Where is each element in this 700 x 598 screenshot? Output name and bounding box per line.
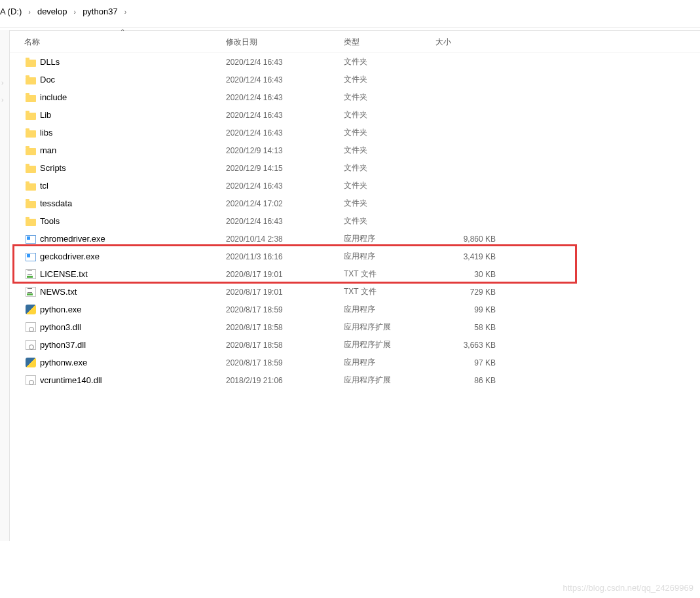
exe-blue-icon: [26, 253, 36, 261]
file-name: Doc: [40, 75, 55, 84]
file-name: man: [40, 145, 56, 155]
sidebar: [0, 30, 10, 541]
file-name: python37.dll: [40, 340, 86, 350]
python-icon: [26, 358, 36, 367]
file-row[interactable]: chromedriver.exe2020/10/14 2:38应用程序9,860…: [10, 230, 700, 248]
folder-icon: [26, 77, 36, 84]
file-list: ⌃ 名称 修改日期 类型 大小 DLLs2020/12/4 16:43文件夹Do…: [10, 30, 700, 598]
exe-blue-icon: [26, 235, 36, 244]
file-type: 文件夹: [344, 56, 435, 67]
file-type: 文件夹: [344, 198, 435, 209]
file-name: LICENSE.txt: [40, 269, 88, 279]
file-size: 97 KB: [435, 358, 507, 367]
breadcrumb-item[interactable]: python37: [83, 7, 118, 16]
folder-icon: [26, 60, 36, 67]
file-row[interactable]: python3.dll2020/8/17 18:58应用程序扩展58 KB: [10, 318, 700, 336]
breadcrumb-item[interactable]: A (D:): [0, 7, 22, 16]
file-name: tcl: [40, 181, 48, 191]
file-date: 2018/2/19 21:06: [226, 376, 344, 385]
folder-icon: [26, 201, 36, 208]
file-row[interactable]: geckodriver.exe2020/11/3 16:16应用程序3,419 …: [10, 248, 700, 265]
file-row[interactable]: Doc2020/12/4 16:43文件夹: [10, 71, 700, 88]
dll-icon: [26, 375, 36, 385]
chevron-right-icon[interactable]: ›: [73, 8, 76, 16]
file-type: TXT 文件: [344, 269, 435, 280]
folder-icon: [26, 219, 36, 226]
file-date: 2020/12/4 16:43: [226, 217, 344, 226]
file-name: Tools: [40, 216, 60, 226]
file-date: 2020/11/3 16:16: [226, 252, 344, 261]
file-row[interactable]: Scripts2020/12/9 14:15文件夹: [10, 159, 700, 177]
breadcrumb-item[interactable]: develop: [37, 7, 67, 16]
file-size: 99 KB: [435, 305, 507, 314]
chevron-right-icon[interactable]: ›: [124, 8, 127, 16]
file-row[interactable]: libs2020/12/4 16:43文件夹: [10, 124, 700, 141]
watermark: https://blog.csdn.net/qq_24269969: [563, 583, 694, 593]
file-row[interactable]: Tools2020/12/4 16:43文件夹: [10, 212, 700, 230]
file-row[interactable]: tcl2020/12/4 16:43文件夹: [10, 177, 700, 195]
file-date: 2020/12/4 17:02: [226, 199, 344, 208]
file-name: tessdata: [40, 198, 72, 208]
file-row[interactable]: vcruntime140.dll2018/2/19 21:06应用程序扩展86 …: [10, 371, 700, 389]
folder-icon: [26, 95, 36, 102]
column-header-date[interactable]: 修改日期: [226, 35, 344, 48]
file-row[interactable]: man2020/12/9 14:13文件夹: [10, 141, 700, 159]
file-type: 应用程序: [344, 251, 435, 262]
file-type: TXT 文件: [344, 286, 435, 297]
file-type: 文件夹: [344, 180, 435, 191]
file-type: 文件夹: [344, 92, 435, 103]
file-row[interactable]: tessdata2020/12/4 17:02文件夹: [10, 195, 700, 212]
file-name: DLLs: [40, 57, 60, 67]
file-type: 应用程序: [344, 357, 435, 368]
folder-icon: [26, 130, 36, 138]
file-row[interactable]: LICENSE.txt2020/8/17 19:01TXT 文件30 KB: [10, 265, 700, 283]
file-name: vcruntime140.dll: [40, 375, 102, 385]
file-date: 2020/8/17 19:01: [226, 288, 344, 297]
file-date: 2020/12/9 14:13: [226, 146, 344, 155]
file-date: 2020/12/4 16:43: [226, 58, 344, 67]
column-header-size[interactable]: 大小: [435, 35, 507, 48]
file-type: 应用程序扩展: [344, 322, 435, 333]
chevron-right-icon[interactable]: ›: [28, 8, 31, 16]
file-type: 文件夹: [344, 127, 435, 138]
folder-icon: [26, 113, 36, 120]
file-type: 文件夹: [344, 215, 435, 227]
folder-icon: [26, 166, 36, 173]
file-date: 2020/8/17 18:58: [226, 323, 344, 332]
file-date: 2020/8/17 18:59: [226, 305, 344, 314]
file-type: 文件夹: [344, 74, 435, 85]
file-name: NEWS.txt: [40, 287, 77, 297]
file-date: 2020/12/4 16:43: [226, 111, 344, 120]
file-type: 应用程序扩展: [344, 339, 435, 350]
file-name: geckodriver.exe: [40, 252, 100, 261]
file-row[interactable]: Lib2020/12/4 16:43文件夹: [10, 106, 700, 124]
file-date: 2020/8/17 19:01: [226, 270, 344, 279]
file-date: 2020/10/14 2:38: [226, 234, 344, 244]
file-row[interactable]: include2020/12/4 16:43文件夹: [10, 88, 700, 106]
column-header-name[interactable]: 名称: [10, 35, 226, 48]
file-name: python3.dll: [40, 322, 81, 332]
file-name: include: [40, 92, 67, 102]
file-row[interactable]: pythonw.exe2020/8/17 18:59应用程序97 KB: [10, 354, 700, 371]
file-row[interactable]: python.exe2020/8/17 18:59应用程序99 KB: [10, 301, 700, 318]
file-type: 应用程序: [344, 304, 435, 315]
file-size: 3,419 KB: [435, 252, 507, 261]
column-header-type[interactable]: 类型: [344, 35, 435, 48]
file-name: python.exe: [40, 305, 82, 314]
breadcrumb[interactable]: A (D:) › develop › python37 ›: [0, 0, 700, 28]
file-name: libs: [40, 128, 53, 138]
file-row[interactable]: DLLs2020/12/4 16:43文件夹: [10, 53, 700, 71]
file-date: 2020/12/9 14:15: [226, 164, 344, 173]
file-name: Scripts: [40, 163, 66, 173]
file-row[interactable]: python37.dll2020/8/17 18:58应用程序扩展3,663 K…: [10, 336, 700, 354]
file-type: 文件夹: [344, 109, 435, 121]
file-date: 2020/12/4 16:43: [226, 181, 344, 191]
file-type: 应用程序扩展: [344, 375, 435, 386]
file-size: 3,663 KB: [435, 341, 507, 350]
file-date: 2020/8/17 18:59: [226, 358, 344, 367]
txt-icon: [26, 269, 36, 279]
dll-icon: [26, 340, 36, 350]
txt-icon: [26, 287, 36, 297]
file-row[interactable]: NEWS.txt2020/8/17 19:01TXT 文件729 KB: [10, 283, 700, 301]
file-size: 30 KB: [435, 270, 507, 279]
